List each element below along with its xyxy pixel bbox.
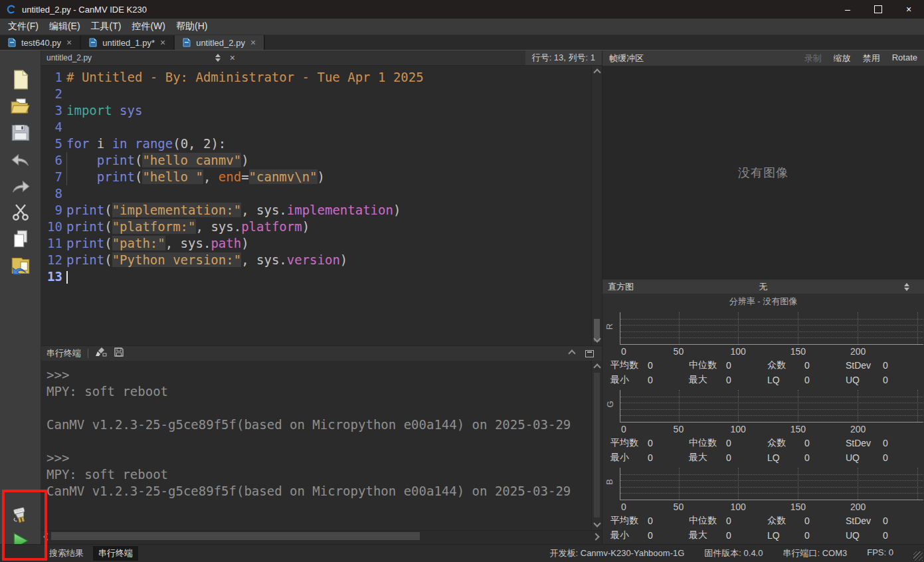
gridline-h [620,337,923,338]
collapse-terminal-icon[interactable] [568,349,575,357]
gridline-h [620,325,923,326]
framebuffer-action-button[interactable]: 缩放 [834,52,851,64]
cut-button[interactable] [10,202,31,223]
code-line: 4 [41,119,591,136]
maximize-button[interactable] [863,0,893,19]
code-line-text: import sys [66,102,591,119]
terminal-output[interactable]: >>> MPY: soft reboot CanMV v1.2.3-25-g5c… [41,361,591,530]
file-tab[interactable]: untitled_2.py× [175,35,265,50]
title-bar: untitled_2.py - CanMV IDE K230 – × [0,0,924,19]
resize-grip[interactable] [913,551,923,561]
editor-vertical-scrollbar[interactable] [591,66,602,345]
code-line: 11print("path:", sys.path) [41,235,591,252]
line-number: 5 [41,136,66,152]
dock-terminal-icon[interactable] [585,350,594,357]
terminal-line: MPY: soft reboot [46,383,591,400]
code-line: 2 [41,86,591,102]
minimize-button[interactable]: – [832,0,863,19]
code-line: 1# Untitled - By: Administrator - Tue Ap… [41,69,591,86]
gridline-h [620,487,923,488]
status-tab[interactable]: 串行终端 [93,546,138,561]
tab-close-icon[interactable]: × [66,38,72,47]
code-editor[interactable]: 1# Untitled - By: Administrator - Tue Ap… [41,66,591,345]
code-line-text: print("hello canmv") [66,152,591,169]
scroll-left-icon[interactable] [43,533,50,540]
menu-item[interactable]: 帮助(H) [176,21,207,33]
tab-close-icon[interactable]: × [250,38,256,47]
framebuffer-action-rotate[interactable]: Rotate [892,52,917,64]
right-panel: 帧缓冲区 录制缩放禁用Rotate 没有图像 直方图 无 分辨率 - 没有图像 … [602,50,924,544]
stat-cell: 平均数0 [610,514,689,527]
open-folder-icon [10,97,31,116]
histogram-mode-dropdown[interactable]: 无 [759,281,768,293]
new-file-button[interactable] [10,69,31,90]
histogram-chart-row: B [602,465,924,501]
copy-button[interactable] [10,229,31,249]
menu-item[interactable]: 工具(T) [91,21,122,33]
close-button[interactable]: × [893,0,924,19]
editor-doc-title: untitled_2.py [46,53,215,62]
scroll-up-icon[interactable] [593,68,601,76]
axis-tick-label: 100 [730,502,745,512]
editor-pane: untitled_2.py × 行号: 13, 列号: 1 1# Untitle… [41,50,602,544]
cursor-position-status: 行号: 13, 列号: 1 [525,50,602,65]
separator [88,349,88,358]
status-tab[interactable]: 搜索结果 [44,546,89,561]
code-line-text: for i in range(0, 2): [66,136,591,152]
stat-cell: 平均数0 [610,436,689,450]
clear-terminal-button[interactable] [95,347,107,360]
scroll-right-icon[interactable] [592,533,599,540]
stat-label: 众数 [767,437,804,449]
stat-cell: UQ0 [846,373,924,387]
save-terminal-button[interactable] [114,347,124,360]
axis-tick-label: 150 [790,424,806,434]
split-view-icon[interactable] [215,54,221,62]
framebuffer-action-button: 录制 [804,52,822,64]
canmv-logo-icon [7,5,16,14]
code-line: 6 print("hello canmv") [41,152,591,169]
scroll-up-icon[interactable] [593,363,601,371]
file-tab-label: test640.py [21,38,61,48]
scroll-down-icon[interactable] [593,519,601,527]
line-number: 10 [41,219,66,235]
redo-button[interactable] [10,175,31,196]
undo-button[interactable] [10,149,31,169]
horizontal-scroll-thumb[interactable] [51,532,420,540]
line-number: 3 [41,102,66,119]
stat-value: 0 [648,515,653,526]
new-file-icon [11,70,30,90]
line-number: 13 [41,268,66,285]
axis-tick-label: 150 [790,346,806,357]
terminal-scroll-thumb[interactable] [594,373,600,517]
framebuffer-action-button[interactable]: 禁用 [863,52,880,64]
stat-cell: StDev0 [846,358,924,372]
open-file-button[interactable] [10,96,31,116]
terminal-vertical-scrollbar[interactable] [591,361,602,530]
menu-item[interactable]: 控件(W) [132,21,165,33]
channel-stats: 平均数0中位数0众数0StDev0最小0最大0LQ0UQ0 [602,436,924,464]
connect-board-button[interactable] [10,505,31,525]
code-line-text: print("implementation:", sys.implementat… [66,202,591,219]
stat-label: StDev [846,515,883,526]
tab-close-icon[interactable]: × [160,38,165,47]
stat-label: 最小 [610,452,648,464]
save-file-button[interactable] [10,122,31,143]
axis-tick-label: 100 [730,424,745,434]
terminal-line: CanMV v1.2.3-25-g5ce89f5f(based on Micro… [46,483,591,500]
paste-button[interactable] [10,255,31,276]
framebuffer-view: 没有图像 [602,66,924,279]
terminal-horizontal-scrollbar[interactable] [41,530,602,541]
stat-label: LQ [767,452,804,463]
editor-doc-tab[interactable]: untitled_2.py × [41,50,240,65]
file-tab[interactable]: test640.py× [0,35,81,50]
file-tab[interactable]: untitled_1.py*× [81,35,175,50]
histogram-chart-row: R [602,310,924,345]
code-line-text [66,268,591,285]
editor-close-icon[interactable]: × [230,52,235,63]
menu-item[interactable]: 编辑(E) [49,21,80,33]
code-line: 3import sys [41,102,591,119]
dropdown-arrows-icon[interactable] [904,283,909,291]
menu-item[interactable]: 文件(F) [8,21,39,33]
editor-header: untitled_2.py × 行号: 13, 列号: 1 [41,50,602,66]
code-line: 12print("Python version:", sys.version) [41,252,591,268]
